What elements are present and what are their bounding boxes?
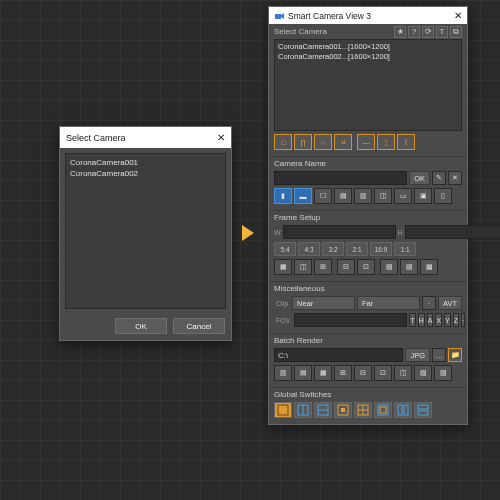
height-input[interactable] xyxy=(405,225,500,239)
global-switch-1[interactable] xyxy=(274,402,292,418)
frame-tool-5[interactable]: ⊡ xyxy=(357,259,375,275)
svg-rect-14 xyxy=(398,405,402,415)
batch-tool-8[interactable]: ▧ xyxy=(414,365,432,381)
camera-tool-2[interactable]: ∏ xyxy=(294,134,312,150)
folder-icon[interactable]: 📁 xyxy=(448,348,462,362)
favorite-icon[interactable]: ★ xyxy=(394,26,406,38)
batch-render-section: Batch Render JPG … 📁 ▥ ▤ ▦ ⊞ ⊟ ⊡ ◫ ▧ ▨ xyxy=(269,336,467,384)
name-tool-8[interactable]: ▣ xyxy=(414,188,432,204)
list-item[interactable]: CoronaCamera001 xyxy=(70,158,138,167)
clear-icon[interactable]: ✕ xyxy=(448,171,462,185)
global-switch-3[interactable] xyxy=(314,402,332,418)
fov-x[interactable]: X xyxy=(435,313,442,327)
select-camera-section: CoronaCamera001...[1600×1200] CoronaCame… xyxy=(269,39,467,153)
camera-list[interactable]: CoronaCamera001 CoronaCamera002 xyxy=(65,153,226,309)
svg-rect-2 xyxy=(278,405,288,415)
camera-listbox[interactable]: CoronaCamera001...[1600×1200] CoronaCame… xyxy=(274,39,462,131)
list-item[interactable]: CoronaCamera002 xyxy=(70,169,138,178)
global-switches-row xyxy=(274,402,462,418)
dialog-button-row: OK Cancel xyxy=(60,314,231,340)
svg-rect-13 xyxy=(380,407,386,413)
fov-h[interactable]: H xyxy=(418,313,425,327)
pin-icon[interactable]: ✎ xyxy=(432,171,446,185)
popout-icon[interactable]: ⧉ xyxy=(450,26,462,38)
select-camera-dialog: Select Camera ✕ CoronaCamera001 CoronaCa… xyxy=(59,126,232,341)
fov-z[interactable]: Z xyxy=(453,313,459,327)
name-tool-1[interactable]: ▮ xyxy=(274,188,292,204)
section-label: Camera Name xyxy=(274,159,462,168)
camera-tool-5[interactable]: — xyxy=(357,134,375,150)
frame-tool-2[interactable]: ◫ xyxy=(294,259,312,275)
close-icon[interactable]: ✕ xyxy=(217,132,225,143)
batch-tool-6[interactable]: ⊡ xyxy=(374,365,392,381)
fov-a[interactable]: A xyxy=(427,313,434,327)
cancel-button[interactable]: Cancel xyxy=(173,318,225,334)
batch-tool-5[interactable]: ⊟ xyxy=(354,365,372,381)
far-button[interactable]: Far xyxy=(357,296,420,310)
aspect-3-2[interactable]: 3:2 xyxy=(322,242,344,256)
camera-tool-1[interactable]: □ xyxy=(274,134,292,150)
global-switch-5[interactable] xyxy=(354,402,372,418)
camera-tool-7[interactable]: ⌊ xyxy=(397,134,415,150)
list-item[interactable]: CoronaCamera001...[1600×1200] xyxy=(278,42,458,52)
fov-input[interactable] xyxy=(294,313,407,327)
batch-tool-4[interactable]: ⊞ xyxy=(334,365,352,381)
frame-tool-8[interactable]: ▩ xyxy=(420,259,438,275)
camera-name-input[interactable] xyxy=(274,171,407,185)
ok-button[interactable]: OK xyxy=(409,171,430,185)
name-tool-2[interactable]: ▬ xyxy=(294,188,312,204)
refresh-icon[interactable]: ⟳ xyxy=(422,26,434,38)
dialog-titlebar[interactable]: Select Camera ✕ xyxy=(60,127,231,148)
avt-button[interactable]: AVT xyxy=(438,296,462,310)
frame-tool-4[interactable]: ⊟ xyxy=(337,259,355,275)
camera-tool-6[interactable]: ⌶ xyxy=(377,134,395,150)
global-switch-8[interactable] xyxy=(414,402,432,418)
camera-tools-row: □ ∏ ∩ ∪ — ⌶ ⌊ xyxy=(274,134,462,150)
frame-icons-row: ▦ ◫ ⊞ ⊟ ⊡ ▧ ▨ ▩ xyxy=(274,259,462,275)
frame-setup-section: Frame Setup W H ⇄ R F L O 5:4 4:3 3:2 2:… xyxy=(269,213,467,278)
near-button[interactable]: Near xyxy=(292,296,355,310)
name-tool-7[interactable]: ▭ xyxy=(394,188,412,204)
name-tool-6[interactable]: ◫ xyxy=(374,188,392,204)
global-switch-2[interactable] xyxy=(294,402,312,418)
aspect-2-1[interactable]: 2:1 xyxy=(346,242,368,256)
format-dropdown[interactable]: JPG xyxy=(405,348,430,362)
close-icon[interactable]: ✕ xyxy=(454,10,462,21)
text-tool-button[interactable]: T xyxy=(436,26,448,38)
batch-tool-3[interactable]: ▦ xyxy=(314,365,332,381)
browse-button[interactable]: … xyxy=(432,348,446,362)
batch-tool-2[interactable]: ▤ xyxy=(294,365,312,381)
aspect-5-4[interactable]: 5:4 xyxy=(274,242,296,256)
frame-tool-3[interactable]: ⊞ xyxy=(314,259,332,275)
name-tool-9[interactable]: ▯ xyxy=(434,188,452,204)
fov-extra[interactable]: · xyxy=(461,313,465,327)
frame-tool-7[interactable]: ▨ xyxy=(400,259,418,275)
name-tool-5[interactable]: ▥ xyxy=(354,188,372,204)
frame-tool-1[interactable]: ▦ xyxy=(274,259,292,275)
fov-row: FOV T H A X Y Z · xyxy=(274,313,462,327)
svg-rect-17 xyxy=(418,411,428,415)
ok-button[interactable]: OK xyxy=(115,318,167,334)
panel-titlebar[interactable]: Smart Camera View 3 ✕ xyxy=(269,7,467,24)
global-switch-6[interactable] xyxy=(374,402,392,418)
output-path-input[interactable] xyxy=(274,348,403,362)
aspect-16-9[interactable]: 16:9 xyxy=(370,242,392,256)
aspect-1-1[interactable]: 1:1 xyxy=(394,242,416,256)
global-switch-4[interactable] xyxy=(334,402,352,418)
name-tool-4[interactable]: ▤ xyxy=(334,188,352,204)
frame-tool-6[interactable]: ▧ xyxy=(380,259,398,275)
batch-tool-9[interactable]: ▨ xyxy=(434,365,452,381)
name-tool-3[interactable]: ☐ xyxy=(314,188,332,204)
camera-tool-3[interactable]: ∩ xyxy=(314,134,332,150)
help-icon[interactable]: ? xyxy=(408,26,420,38)
batch-tool-1[interactable]: ▥ xyxy=(274,365,292,381)
fov-t[interactable]: T xyxy=(409,313,415,327)
fov-y[interactable]: Y xyxy=(444,313,451,327)
clip-extra-1[interactable]: · xyxy=(422,296,436,310)
list-item[interactable]: CoronaCamera002...[1600×1200] xyxy=(278,52,458,62)
batch-tool-7[interactable]: ◫ xyxy=(394,365,412,381)
camera-tool-4[interactable]: ∪ xyxy=(334,134,352,150)
aspect-4-3[interactable]: 4:3 xyxy=(298,242,320,256)
width-input[interactable] xyxy=(283,225,396,239)
global-switch-7[interactable] xyxy=(394,402,412,418)
